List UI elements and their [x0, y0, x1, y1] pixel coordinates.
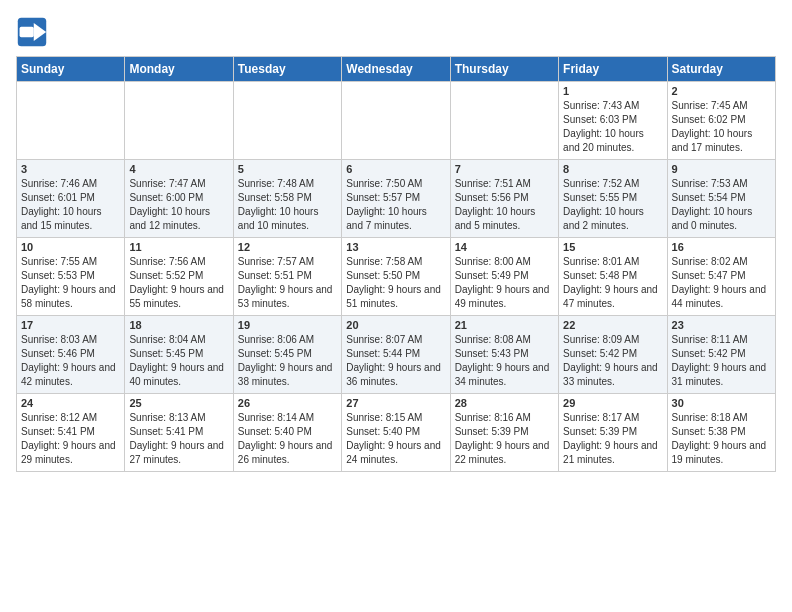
cell-data: Sunrise: 7:47 AM Sunset: 6:00 PM Dayligh… — [129, 177, 228, 233]
cell-data: Sunrise: 7:43 AM Sunset: 6:03 PM Dayligh… — [563, 99, 662, 155]
calendar-cell — [17, 82, 125, 160]
svg-rect-2 — [20, 27, 34, 38]
calendar-cell: 5Sunrise: 7:48 AM Sunset: 5:58 PM Daylig… — [233, 160, 341, 238]
day-number: 6 — [346, 163, 445, 175]
cell-data: Sunrise: 8:02 AM Sunset: 5:47 PM Dayligh… — [672, 255, 771, 311]
cell-data: Sunrise: 8:15 AM Sunset: 5:40 PM Dayligh… — [346, 411, 445, 467]
cell-data: Sunrise: 8:11 AM Sunset: 5:42 PM Dayligh… — [672, 333, 771, 389]
calendar-cell: 15Sunrise: 8:01 AM Sunset: 5:48 PM Dayli… — [559, 238, 667, 316]
day-number: 8 — [563, 163, 662, 175]
calendar-cell — [233, 82, 341, 160]
calendar-cell: 20Sunrise: 8:07 AM Sunset: 5:44 PM Dayli… — [342, 316, 450, 394]
day-header-friday: Friday — [559, 57, 667, 82]
day-number: 19 — [238, 319, 337, 331]
calendar-cell: 28Sunrise: 8:16 AM Sunset: 5:39 PM Dayli… — [450, 394, 558, 472]
cell-data: Sunrise: 8:13 AM Sunset: 5:41 PM Dayligh… — [129, 411, 228, 467]
cell-data: Sunrise: 7:50 AM Sunset: 5:57 PM Dayligh… — [346, 177, 445, 233]
cell-data: Sunrise: 8:09 AM Sunset: 5:42 PM Dayligh… — [563, 333, 662, 389]
cell-data: Sunrise: 8:00 AM Sunset: 5:49 PM Dayligh… — [455, 255, 554, 311]
day-header-monday: Monday — [125, 57, 233, 82]
cell-data: Sunrise: 8:06 AM Sunset: 5:45 PM Dayligh… — [238, 333, 337, 389]
day-number: 24 — [21, 397, 120, 409]
calendar-cell — [125, 82, 233, 160]
day-number: 2 — [672, 85, 771, 97]
cell-data: Sunrise: 7:53 AM Sunset: 5:54 PM Dayligh… — [672, 177, 771, 233]
day-header-wednesday: Wednesday — [342, 57, 450, 82]
day-number: 20 — [346, 319, 445, 331]
cell-data: Sunrise: 7:45 AM Sunset: 6:02 PM Dayligh… — [672, 99, 771, 155]
day-number: 14 — [455, 241, 554, 253]
day-number: 29 — [563, 397, 662, 409]
cell-data: Sunrise: 8:04 AM Sunset: 5:45 PM Dayligh… — [129, 333, 228, 389]
day-header-saturday: Saturday — [667, 57, 775, 82]
calendar-cell: 1Sunrise: 7:43 AM Sunset: 6:03 PM Daylig… — [559, 82, 667, 160]
calendar-cell: 27Sunrise: 8:15 AM Sunset: 5:40 PM Dayli… — [342, 394, 450, 472]
logo-icon — [16, 16, 48, 48]
day-number: 30 — [672, 397, 771, 409]
calendar-cell: 24Sunrise: 8:12 AM Sunset: 5:41 PM Dayli… — [17, 394, 125, 472]
cell-data: Sunrise: 8:16 AM Sunset: 5:39 PM Dayligh… — [455, 411, 554, 467]
day-number: 22 — [563, 319, 662, 331]
day-number: 21 — [455, 319, 554, 331]
calendar-cell: 2Sunrise: 7:45 AM Sunset: 6:02 PM Daylig… — [667, 82, 775, 160]
day-number: 28 — [455, 397, 554, 409]
calendar-cell: 18Sunrise: 8:04 AM Sunset: 5:45 PM Dayli… — [125, 316, 233, 394]
day-header-thursday: Thursday — [450, 57, 558, 82]
cell-data: Sunrise: 7:57 AM Sunset: 5:51 PM Dayligh… — [238, 255, 337, 311]
calendar-cell: 10Sunrise: 7:55 AM Sunset: 5:53 PM Dayli… — [17, 238, 125, 316]
day-number: 7 — [455, 163, 554, 175]
cell-data: Sunrise: 7:48 AM Sunset: 5:58 PM Dayligh… — [238, 177, 337, 233]
day-number: 3 — [21, 163, 120, 175]
calendar-cell — [450, 82, 558, 160]
calendar-cell: 12Sunrise: 7:57 AM Sunset: 5:51 PM Dayli… — [233, 238, 341, 316]
cell-data: Sunrise: 7:52 AM Sunset: 5:55 PM Dayligh… — [563, 177, 662, 233]
calendar-cell: 13Sunrise: 7:58 AM Sunset: 5:50 PM Dayli… — [342, 238, 450, 316]
calendar-cell: 22Sunrise: 8:09 AM Sunset: 5:42 PM Dayli… — [559, 316, 667, 394]
cell-data: Sunrise: 8:12 AM Sunset: 5:41 PM Dayligh… — [21, 411, 120, 467]
cell-data: Sunrise: 8:18 AM Sunset: 5:38 PM Dayligh… — [672, 411, 771, 467]
day-number: 26 — [238, 397, 337, 409]
day-header-sunday: Sunday — [17, 57, 125, 82]
logo — [16, 16, 52, 48]
calendar-cell: 4Sunrise: 7:47 AM Sunset: 6:00 PM Daylig… — [125, 160, 233, 238]
calendar-cell — [342, 82, 450, 160]
day-number: 13 — [346, 241, 445, 253]
calendar-cell: 14Sunrise: 8:00 AM Sunset: 5:49 PM Dayli… — [450, 238, 558, 316]
cell-data: Sunrise: 7:55 AM Sunset: 5:53 PM Dayligh… — [21, 255, 120, 311]
calendar-cell: 7Sunrise: 7:51 AM Sunset: 5:56 PM Daylig… — [450, 160, 558, 238]
calendar-cell: 6Sunrise: 7:50 AM Sunset: 5:57 PM Daylig… — [342, 160, 450, 238]
day-number: 17 — [21, 319, 120, 331]
cell-data: Sunrise: 7:58 AM Sunset: 5:50 PM Dayligh… — [346, 255, 445, 311]
calendar-cell: 17Sunrise: 8:03 AM Sunset: 5:46 PM Dayli… — [17, 316, 125, 394]
cell-data: Sunrise: 8:17 AM Sunset: 5:39 PM Dayligh… — [563, 411, 662, 467]
day-number: 18 — [129, 319, 228, 331]
day-number: 1 — [563, 85, 662, 97]
calendar-cell: 25Sunrise: 8:13 AM Sunset: 5:41 PM Dayli… — [125, 394, 233, 472]
calendar-cell: 21Sunrise: 8:08 AM Sunset: 5:43 PM Dayli… — [450, 316, 558, 394]
calendar-table: SundayMondayTuesdayWednesdayThursdayFrid… — [16, 56, 776, 472]
calendar-cell: 9Sunrise: 7:53 AM Sunset: 5:54 PM Daylig… — [667, 160, 775, 238]
day-number: 16 — [672, 241, 771, 253]
day-number: 10 — [21, 241, 120, 253]
cell-data: Sunrise: 7:46 AM Sunset: 6:01 PM Dayligh… — [21, 177, 120, 233]
calendar-cell: 11Sunrise: 7:56 AM Sunset: 5:52 PM Dayli… — [125, 238, 233, 316]
cell-data: Sunrise: 7:51 AM Sunset: 5:56 PM Dayligh… — [455, 177, 554, 233]
calendar-cell: 3Sunrise: 7:46 AM Sunset: 6:01 PM Daylig… — [17, 160, 125, 238]
page-header — [16, 16, 776, 48]
calendar-cell: 23Sunrise: 8:11 AM Sunset: 5:42 PM Dayli… — [667, 316, 775, 394]
day-number: 5 — [238, 163, 337, 175]
calendar-cell: 8Sunrise: 7:52 AM Sunset: 5:55 PM Daylig… — [559, 160, 667, 238]
cell-data: Sunrise: 7:56 AM Sunset: 5:52 PM Dayligh… — [129, 255, 228, 311]
cell-data: Sunrise: 8:01 AM Sunset: 5:48 PM Dayligh… — [563, 255, 662, 311]
calendar-cell: 26Sunrise: 8:14 AM Sunset: 5:40 PM Dayli… — [233, 394, 341, 472]
day-number: 23 — [672, 319, 771, 331]
day-number: 25 — [129, 397, 228, 409]
cell-data: Sunrise: 8:07 AM Sunset: 5:44 PM Dayligh… — [346, 333, 445, 389]
day-number: 12 — [238, 241, 337, 253]
calendar-cell: 16Sunrise: 8:02 AM Sunset: 5:47 PM Dayli… — [667, 238, 775, 316]
day-number: 15 — [563, 241, 662, 253]
day-number: 9 — [672, 163, 771, 175]
cell-data: Sunrise: 8:14 AM Sunset: 5:40 PM Dayligh… — [238, 411, 337, 467]
calendar-cell: 29Sunrise: 8:17 AM Sunset: 5:39 PM Dayli… — [559, 394, 667, 472]
calendar-cell: 30Sunrise: 8:18 AM Sunset: 5:38 PM Dayli… — [667, 394, 775, 472]
